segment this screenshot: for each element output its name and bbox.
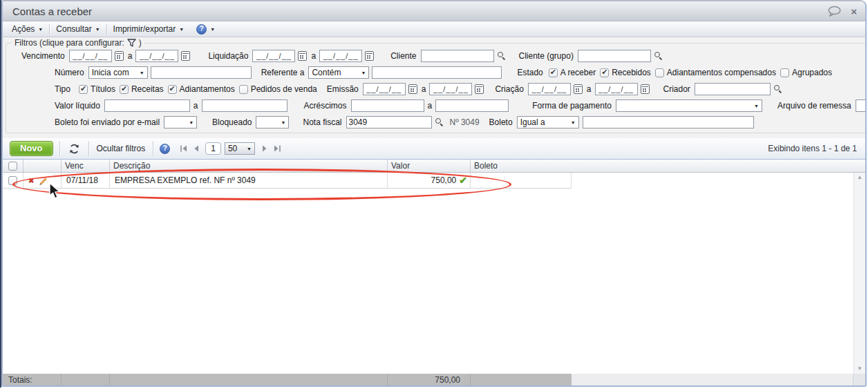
liquidacao-label: Liquidação: [208, 51, 248, 61]
page-number-box[interactable]: 1: [205, 142, 221, 155]
emissao-from-input[interactable]: [363, 83, 406, 95]
criador-input[interactable]: [695, 83, 771, 95]
header-valor[interactable]: Valor: [388, 160, 471, 172]
chevron-down-icon: ▼: [38, 27, 43, 32]
search-icon[interactable]: [435, 117, 444, 127]
calendar-icon[interactable]: [475, 84, 484, 94]
range-sep: a: [194, 101, 198, 111]
criacao-to-input[interactable]: [595, 83, 638, 95]
header-venc[interactable]: Venc: [62, 160, 110, 172]
scroll-down-icon[interactable]: ▼: [857, 366, 862, 372]
filter-row-1: Vencimento a Liquidação a Cliente Client: [6, 48, 867, 64]
vencimento-to-input[interactable]: [135, 50, 178, 62]
range-sep: a: [128, 51, 133, 61]
prev-page-icon[interactable]: [190, 145, 202, 152]
filters-legend[interactable]: Filtros (clique para configurar: ): [12, 38, 144, 48]
arquivo-remessa-label: Arquivo de remessa: [777, 101, 851, 111]
header-boleto[interactable]: Boleto: [471, 160, 572, 172]
acrescimos-from-input[interactable]: [351, 99, 424, 112]
close-icon[interactable]: ×: [851, 6, 857, 17]
boleto-email-select[interactable]: ▼: [164, 116, 197, 128]
bloqueado-select[interactable]: ▼: [256, 116, 289, 128]
select-all-checkbox[interactable]: [8, 162, 17, 171]
nota-fiscal-input[interactable]: [346, 116, 432, 128]
funnel-icon[interactable]: [127, 39, 136, 47]
valor-liquido-to-input[interactable]: [202, 99, 287, 112]
search-icon[interactable]: [654, 51, 663, 61]
calendar-icon[interactable]: [408, 84, 417, 94]
checkbox-agrupados[interactable]: [780, 68, 789, 77]
edit-pencil-icon[interactable]: [38, 175, 48, 186]
criacao-from-input[interactable]: [528, 83, 571, 95]
checkbox-pedidos-de-venda[interactable]: [239, 85, 248, 94]
checkbox-receitas[interactable]: [120, 85, 129, 94]
novo-button[interactable]: Novo: [10, 141, 53, 156]
menu-consultar[interactable]: Consultar▼: [50, 21, 106, 37]
chevron-down-icon: ▼: [281, 120, 286, 125]
numero-input[interactable]: [151, 66, 252, 79]
help-icon[interactable]: ?: [196, 24, 207, 35]
cliente-input[interactable]: [421, 50, 494, 62]
chevron-down-icon: ▼: [189, 120, 194, 125]
range-sep: a: [587, 84, 592, 94]
calendar-icon[interactable]: [365, 51, 374, 61]
help-icon[interactable]: ?: [160, 144, 170, 154]
menu-help[interactable]: ? ▼: [190, 21, 221, 37]
valor-liquido-from-input[interactable]: [104, 99, 190, 112]
liquidacao-to-input[interactable]: [319, 50, 362, 62]
boleto-email-label: Boleto foi enviado por e-mail: [55, 117, 160, 127]
liquidacao-from-input[interactable]: [252, 50, 295, 62]
vencimento-from-input[interactable]: [69, 50, 112, 62]
boleto-operator-select[interactable]: Igual a▼: [517, 116, 579, 128]
calendar-icon[interactable]: [181, 51, 190, 61]
cliente-grupo-input[interactable]: [578, 50, 651, 62]
acrescimos-to-input[interactable]: [435, 99, 509, 112]
chevron-down-icon: ▼: [210, 27, 215, 32]
refresh-icon[interactable]: [66, 144, 82, 154]
search-icon[interactable]: [497, 51, 507, 61]
criacao-label: Criação: [495, 84, 523, 94]
calendar-icon[interactable]: [115, 51, 124, 61]
header-descricao[interactable]: Descrição: [110, 160, 388, 172]
range-sep: a: [422, 84, 426, 94]
scroll-up-icon[interactable]: ▲: [857, 175, 862, 180]
last-page-icon[interactable]: [271, 145, 284, 152]
menu-imprimir-exportar[interactable]: Imprimir/exportar▼: [107, 21, 191, 37]
checkbox-a-receber[interactable]: [549, 68, 558, 77]
row-checkbox[interactable]: [8, 176, 17, 185]
emissao-to-input[interactable]: [429, 83, 472, 95]
referente-input[interactable]: [372, 66, 502, 79]
search-icon[interactable]: [773, 84, 783, 94]
checkbox-adiantamentos-compensados[interactable]: [655, 68, 664, 77]
vertical-scrollbar[interactable]: ▲ ▼: [853, 173, 865, 374]
calendar-icon[interactable]: [641, 84, 650, 94]
page-size-select[interactable]: 50▼: [225, 142, 255, 155]
delete-icon[interactable]: ✖: [28, 177, 34, 184]
numero-operator-select[interactable]: Inicia com▼: [88, 66, 148, 79]
checkbox-titulos[interactable]: [79, 85, 88, 94]
vencimento-label: Vencimento: [21, 51, 65, 61]
arquivo-remessa-select[interactable]: ▼: [856, 99, 867, 112]
referente-operator-select[interactable]: Contém▼: [308, 66, 369, 79]
header-checkbox-cell: [3, 160, 23, 172]
calendar-icon[interactable]: [574, 84, 583, 94]
calendar-icon[interactable]: [298, 51, 307, 61]
range-sep: a: [428, 101, 433, 111]
paid-check-icon: ✔: [459, 175, 467, 186]
first-page-icon[interactable]: [177, 145, 190, 152]
chevron-down-icon: ▼: [140, 70, 144, 75]
toolbar-separator: [59, 141, 60, 156]
screen: Contas a receber × Ações▼ Consultar▼ Imp…: [0, 0, 868, 391]
ocultar-filtros-button[interactable]: Ocultar filtros: [95, 144, 147, 153]
menu-acoes[interactable]: Ações▼: [6, 21, 49, 37]
chevron-down-icon: ▼: [179, 27, 184, 32]
checkbox-adiantamentos[interactable]: [168, 85, 177, 94]
cell-venc: 07/11/18: [62, 173, 110, 189]
totals-row: Totais: 750,00: [3, 374, 865, 386]
table-row[interactable]: ✖ 07/11/18 EMPRESA EXEMPLO ref. NF nº 30…: [3, 173, 865, 189]
boleto-input[interactable]: [583, 116, 754, 128]
checkbox-recebidos[interactable]: [600, 68, 609, 77]
forma-pagamento-select[interactable]: ▼: [616, 99, 762, 112]
next-page-icon[interactable]: [259, 145, 271, 152]
comment-bubble-icon[interactable]: [827, 6, 842, 17]
